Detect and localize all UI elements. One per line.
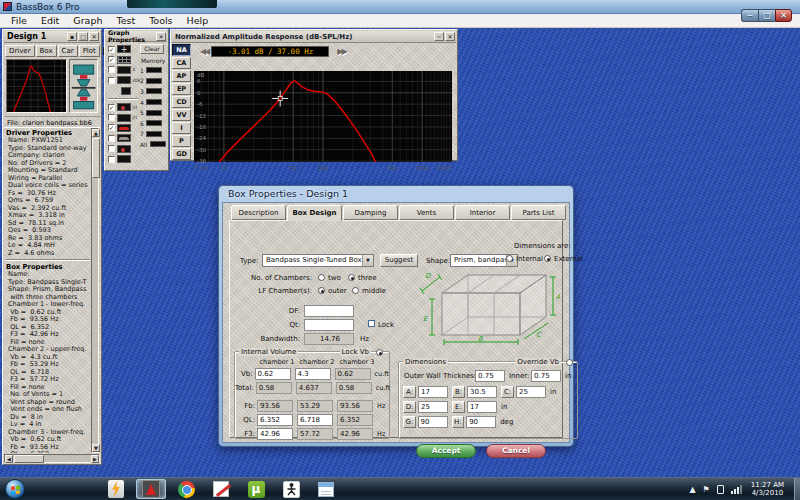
option-checkbox[interactable]	[108, 66, 115, 73]
graph-type-button-na[interactable]: NA	[172, 44, 191, 56]
menu-item[interactable]: Help	[180, 15, 216, 26]
volume-cell[interactable]: 0.62	[255, 368, 291, 380]
volume-cell[interactable]: 42.96	[257, 428, 293, 440]
memory-slot-button[interactable]	[146, 120, 162, 126]
close-icon[interactable]: ✕	[89, 32, 99, 41]
box-type-select[interactable]: Bandpass Single-Tuned Box ▼	[262, 254, 374, 267]
taskbar-item-bassbox[interactable]	[136, 479, 166, 499]
option-checkbox[interactable]: ✓	[108, 104, 115, 111]
cursor-right-icon[interactable]: ▶▶	[337, 47, 345, 56]
volume-cell[interactable]: 6.352	[257, 414, 293, 426]
cursor-left-icon[interactable]: ◀◀	[200, 47, 208, 56]
graph-type-button-p[interactable]: P	[172, 135, 191, 147]
taskbar-item-file-explorer[interactable]	[66, 479, 96, 499]
outer-radio[interactable]	[318, 287, 325, 294]
memory-all-button[interactable]	[150, 141, 166, 147]
close-button[interactable]: ✕	[775, 9, 792, 22]
dimension-button-b[interactable]: B:	[452, 386, 465, 398]
graph-type-button-cd[interactable]: CD	[172, 96, 191, 108]
dialog-tab[interactable]: Interior	[455, 205, 510, 220]
taskbar-item-winamp[interactable]	[101, 479, 131, 499]
show-desktop-button[interactable]	[794, 478, 800, 500]
memory-slot-button[interactable]	[146, 131, 162, 137]
middle-radio[interactable]	[352, 287, 359, 294]
memory-slot-row[interactable]: 3	[140, 86, 167, 97]
accept-button[interactable]: Accept	[416, 444, 476, 458]
clipboard-icon[interactable]	[717, 485, 724, 494]
menu-item[interactable]: Tools	[142, 15, 179, 26]
volume-cell[interactable]: 6.718	[297, 414, 333, 426]
inner-field[interactable]: 0.75	[531, 370, 561, 382]
taskbar-item-paint[interactable]	[206, 479, 236, 499]
dimension-button-h[interactable]: H:	[452, 416, 465, 428]
override-vb-radio[interactable]	[566, 359, 573, 366]
internal-radio[interactable]	[506, 255, 513, 262]
minimize-button[interactable]: ─	[741, 9, 758, 22]
scroll-up-icon[interactable]: ▲	[92, 129, 100, 137]
memory-slot-button[interactable]	[146, 110, 162, 116]
response-chart[interactable]: dB60-6-12-18-24-30-365 Hz105010050010002…	[194, 71, 452, 174]
option-checkbox[interactable]: ✓	[108, 56, 115, 63]
dimension-button-a[interactable]: A:	[403, 386, 416, 398]
dialog-title[interactable]: Box Properties - Design 1	[219, 186, 573, 202]
memory-slot-row[interactable]: 6	[140, 118, 167, 129]
box-cross-section-thumbnail[interactable]	[69, 59, 98, 113]
dimension-button-g[interactable]: G:	[403, 416, 416, 428]
memory-slot-button[interactable]	[146, 67, 162, 73]
memory-slot-row[interactable]: 7	[140, 129, 167, 140]
taskbar-item-chrome[interactable]	[171, 479, 201, 499]
taskbar-item-aim[interactable]	[276, 479, 306, 499]
two-chambers-radio[interactable]	[318, 274, 325, 281]
dialog-tab[interactable]: Description	[231, 205, 286, 220]
memory-slot-row[interactable]: 1	[140, 65, 167, 76]
dialog-tab[interactable]: Vents	[399, 205, 454, 220]
dimension-field-b[interactable]: 30.5	[467, 386, 497, 398]
scrollbar-thumb[interactable]	[14, 455, 44, 463]
option-checkbox[interactable]: ✓	[108, 124, 115, 131]
three-chambers-radio[interactable]	[348, 274, 355, 281]
dimension-field-a[interactable]: 17	[418, 386, 448, 398]
minimize-icon[interactable]: ─	[434, 32, 444, 41]
design-tab[interactable]: Driver	[5, 45, 35, 57]
maximize-button[interactable]: □	[758, 9, 775, 22]
network-icon[interactable]	[731, 485, 743, 494]
option-checkbox[interactable]: ✓	[108, 46, 115, 53]
menu-item[interactable]: File	[4, 15, 34, 26]
dimension-button-e[interactable]: E:	[452, 401, 465, 413]
graph-type-button-i[interactable]: I	[172, 122, 191, 134]
graph-type-button-gd[interactable]: GD	[172, 148, 191, 160]
save-icon[interactable]: ▪	[67, 32, 77, 41]
scroll-down-icon[interactable]: ▼	[92, 444, 100, 452]
graph-properties-title-bar[interactable]: Graph Properties ✕	[106, 31, 167, 42]
duplicate-icon[interactable]: □	[78, 32, 88, 41]
taskbar-item-utorrent[interactable]	[241, 479, 271, 499]
dimension-field-d[interactable]: 25	[418, 401, 448, 413]
scroll-left-icon[interactable]: ◀	[5, 455, 13, 463]
graph-type-button-ca[interactable]: CA	[172, 57, 191, 69]
memory-slot-button[interactable]	[146, 78, 162, 84]
memory-slot-row[interactable]: 4	[140, 97, 167, 108]
dimension-button-c[interactable]: C:	[501, 386, 514, 398]
scroll-right-icon[interactable]: ▶	[91, 455, 99, 463]
graph-type-button-vv[interactable]: VV	[172, 109, 191, 121]
design-tab[interactable]: Box	[36, 45, 57, 57]
design-tab[interactable]: Plot	[79, 45, 100, 57]
volume-cell[interactable]: 4.3	[295, 368, 331, 380]
external-radio[interactable]	[544, 255, 551, 262]
graph-type-button-ap[interactable]: AP	[172, 70, 191, 82]
hidden-icons-expander-icon[interactable]: ▲	[689, 485, 695, 494]
graph-type-button-ep[interactable]: EP	[172, 83, 191, 95]
dimension-field-c[interactable]: 25	[516, 386, 546, 398]
design-panel-title-bar[interactable]: Design 1 ▪ □ ✕	[4, 31, 100, 43]
memory-slot-row[interactable]: 5	[140, 107, 167, 118]
option-checkbox[interactable]	[108, 77, 115, 84]
outer-wall-field[interactable]: 0.75	[475, 370, 505, 382]
taskbar-item-sticky-notes[interactable]	[311, 479, 341, 499]
chevron-down-icon[interactable]: ▼	[362, 255, 373, 266]
close-icon[interactable]: ✕	[445, 32, 455, 41]
memory-slot-button[interactable]	[146, 99, 162, 105]
option-checkbox[interactable]	[108, 156, 115, 163]
lock-checkbox[interactable]	[368, 320, 375, 327]
dialog-tab[interactable]: Damping	[343, 205, 398, 220]
dialog-tab[interactable]: Parts List	[511, 205, 566, 220]
